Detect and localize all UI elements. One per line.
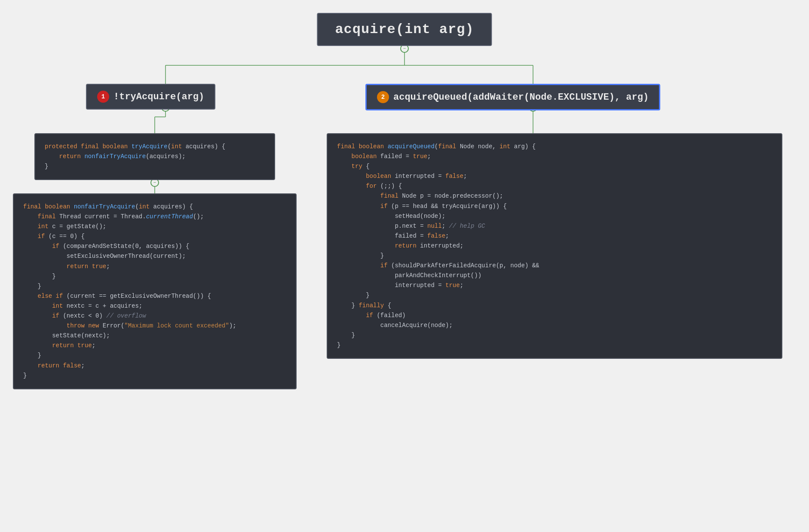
aq-line-5: for (;;) {	[337, 181, 772, 191]
nonfair-try-acquire-code-block: final boolean nonfairTryAcquire(int acqu…	[13, 193, 297, 389]
aq-line-17: } finally {	[337, 301, 772, 311]
aq-line-18: if (failed)	[337, 311, 772, 321]
badge-1: 1	[97, 91, 109, 103]
nf-line-15: return true;	[23, 341, 286, 351]
code-line-2: return nonfairTryAcquire(acquires);	[45, 152, 265, 162]
nf-line-4: if (c == 0) {	[23, 232, 286, 242]
aq-line-11: return interrupted;	[337, 241, 772, 251]
nf-line-12: if (nextc < 0) // overflow	[23, 311, 286, 321]
branch-node-1[interactable]: 1 !tryAcquire(arg)	[86, 84, 215, 110]
nf-line-14: setState(nextc);	[23, 331, 286, 341]
nf-line-11: int nextc = c + acquires;	[23, 301, 286, 311]
nf-line-18: }	[23, 371, 286, 381]
nf-line-13: throw new Error("Maximum lock count exce…	[23, 321, 286, 331]
nf-line-3: int c = getState();	[23, 222, 286, 232]
aq-line-21: }	[337, 340, 772, 350]
branch-node-2[interactable]: 2 acquireQueued(addWaiter(Node.EXCLUSIVE…	[365, 84, 660, 110]
aq-line-20: }	[337, 330, 772, 340]
aq-line-12: }	[337, 251, 772, 261]
code-line-1: protected final boolean tryAcquire(int a…	[45, 142, 265, 152]
diagram: − − − − acquire(int arg) 1 !tryAcquire(a…	[0, 0, 809, 532]
nf-line-17: return false;	[23, 361, 286, 371]
nf-line-1: final boolean nonfairTryAcquire(int acqu…	[23, 202, 286, 212]
nf-line-9: }	[23, 281, 286, 291]
nf-line-7: return true;	[23, 262, 286, 272]
aq-line-15: interrupted = true;	[337, 281, 772, 290]
nf-line-16: }	[23, 351, 286, 361]
aq-line-4: boolean interrupted = false;	[337, 171, 772, 181]
nf-line-10: else if (current == getExclusiveOwnerThr…	[23, 291, 286, 301]
nf-line-5: if (compareAndSetState(0, acquires)) {	[23, 242, 286, 251]
nf-line-8: }	[23, 272, 286, 281]
aq-line-13: if (shouldParkAfterFailedAcquire(p, node…	[337, 261, 772, 271]
aq-line-1: final boolean acquireQueued(final Node n…	[337, 142, 772, 152]
aq-line-8: setHead(node);	[337, 211, 772, 221]
code-line-3: }	[45, 162, 265, 171]
aq-line-3: try {	[337, 162, 772, 171]
aq-line-7: if (p == head && tryAcquire(arg)) {	[337, 202, 772, 211]
badge-2: 2	[377, 91, 389, 103]
aq-line-19: cancelAcquire(node);	[337, 321, 772, 330]
aq-line-16: }	[337, 290, 772, 300]
branch1-label: !tryAcquire(arg)	[113, 92, 204, 102]
try-acquire-code-block: protected final boolean tryAcquire(int a…	[34, 133, 275, 180]
nf-line-6: setExclusiveOwnerThread(current);	[23, 251, 286, 261]
branch2-label: acquireQueued(addWaiter(Node.EXCLUSIVE),…	[393, 92, 649, 103]
nf-line-2: final Thread current = Thread.currentThr…	[23, 212, 286, 222]
aq-line-14: parkAndCheckInterrupt())	[337, 271, 772, 281]
aq-line-6: final Node p = node.predecessor();	[337, 191, 772, 201]
aq-line-2: boolean failed = true;	[337, 152, 772, 162]
root-node: acquire(int arg)	[317, 13, 492, 46]
aq-line-9: p.next = null; // help GC	[337, 221, 772, 231]
root-title: acquire(int arg)	[335, 21, 474, 37]
acquire-queued-code-block: final boolean acquireQueued(final Node n…	[327, 133, 782, 359]
aq-line-10: failed = false;	[337, 231, 772, 241]
